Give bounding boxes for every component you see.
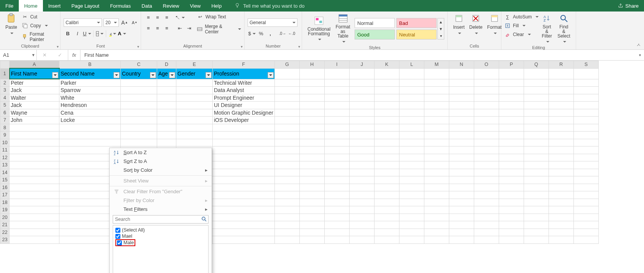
- cell[interactable]: Sparrow: [59, 87, 121, 94]
- cell[interactable]: [299, 117, 324, 124]
- cell[interactable]: [274, 79, 299, 87]
- increase-decimal-icon[interactable]: .0→: [278, 29, 287, 38]
- cell[interactable]: [499, 199, 524, 206]
- cell[interactable]: [549, 184, 573, 191]
- align-middle-icon[interactable]: ≡: [153, 13, 162, 21]
- cell[interactable]: [324, 191, 349, 199]
- column-header[interactable]: E: [176, 61, 213, 69]
- cell[interactable]: Hendreson: [59, 102, 121, 109]
- tab-home[interactable]: Home: [19, 0, 43, 12]
- cell[interactable]: [374, 236, 399, 244]
- cell[interactable]: [399, 109, 424, 117]
- cell[interactable]: [524, 132, 549, 139]
- cell[interactable]: [157, 79, 176, 87]
- cell-style-normal[interactable]: Normal: [355, 18, 395, 28]
- cell[interactable]: [274, 191, 299, 199]
- row-header[interactable]: 19: [0, 206, 10, 214]
- cell[interactable]: [474, 169, 499, 176]
- cell[interactable]: [573, 154, 598, 161]
- cell[interactable]: iOS Developer: [213, 117, 275, 124]
- cell[interactable]: [499, 102, 524, 109]
- cell[interactable]: [449, 139, 474, 146]
- row-header[interactable]: 18: [0, 199, 10, 206]
- cell[interactable]: [424, 117, 449, 124]
- cell[interactable]: [449, 199, 474, 206]
- cell[interactable]: [499, 117, 524, 124]
- paste-dropdown-icon[interactable]: [9, 31, 13, 36]
- align-left-icon[interactable]: ≡: [144, 24, 153, 32]
- cell[interactable]: [573, 161, 598, 169]
- cell[interactable]: [449, 87, 474, 94]
- cell[interactable]: [399, 139, 424, 146]
- cell[interactable]: [274, 176, 299, 184]
- cell[interactable]: [324, 132, 349, 139]
- cell[interactable]: [349, 139, 374, 146]
- style-gallery-more-icon[interactable]: ▾: [438, 32, 444, 39]
- cell[interactable]: [121, 109, 157, 117]
- cell[interactable]: [499, 214, 524, 221]
- cell[interactable]: [573, 176, 598, 184]
- cell[interactable]: [549, 169, 573, 176]
- cell[interactable]: [573, 221, 598, 229]
- style-gallery-down-icon[interactable]: ▼: [438, 25, 444, 32]
- cell[interactable]: [573, 214, 598, 221]
- cell[interactable]: [324, 176, 349, 184]
- cell[interactable]: [374, 94, 399, 102]
- cell[interactable]: [524, 94, 549, 102]
- cell[interactable]: [573, 229, 598, 236]
- cell[interactable]: [213, 229, 275, 236]
- cell[interactable]: [324, 102, 349, 109]
- cell[interactable]: [499, 184, 524, 191]
- cell[interactable]: [349, 79, 374, 87]
- cell[interactable]: [121, 87, 157, 94]
- expand-formula-bar-icon[interactable]: ▾: [636, 50, 644, 60]
- cell[interactable]: [349, 87, 374, 94]
- cell[interactable]: [349, 206, 374, 214]
- cell[interactable]: [121, 132, 157, 139]
- cancel-formula-icon[interactable]: ✕: [43, 52, 47, 58]
- cell[interactable]: [324, 214, 349, 221]
- cell[interactable]: [474, 124, 499, 132]
- number-dialog-launcher[interactable]: ▾: [298, 44, 300, 49]
- orientation-button[interactable]: ⭦: [176, 13, 184, 21]
- cell[interactable]: [213, 146, 275, 154]
- cell[interactable]: [299, 169, 324, 176]
- cell[interactable]: [299, 68, 324, 79]
- cell[interactable]: [424, 161, 449, 169]
- cell[interactable]: [524, 139, 549, 146]
- cell[interactable]: [274, 94, 299, 102]
- cell[interactable]: [449, 206, 474, 214]
- cell[interactable]: [157, 132, 176, 139]
- row-header[interactable]: 7: [0, 117, 10, 124]
- filter-button[interactable]: [150, 72, 156, 78]
- cell[interactable]: [399, 199, 424, 206]
- cell[interactable]: [213, 206, 275, 214]
- cell[interactable]: [10, 206, 59, 214]
- cell[interactable]: [299, 132, 324, 139]
- cell[interactable]: [424, 184, 449, 191]
- cell[interactable]: [299, 109, 324, 117]
- cell[interactable]: [213, 184, 275, 191]
- cell[interactable]: [549, 79, 573, 87]
- column-header[interactable]: F: [213, 61, 275, 69]
- cell[interactable]: [10, 191, 59, 199]
- cell[interactable]: [299, 139, 324, 146]
- cell[interactable]: [524, 154, 549, 161]
- cell[interactable]: [176, 117, 213, 124]
- row-header[interactable]: 3: [0, 87, 10, 94]
- cell[interactable]: [524, 161, 549, 169]
- cell[interactable]: [157, 102, 176, 109]
- column-header[interactable]: C: [121, 61, 157, 69]
- cell[interactable]: [324, 139, 349, 146]
- cell[interactable]: [549, 94, 573, 102]
- cell[interactable]: [449, 221, 474, 229]
- cell[interactable]: [573, 117, 598, 124]
- cell[interactable]: [324, 87, 349, 94]
- cell[interactable]: [573, 184, 598, 191]
- cell[interactable]: Profession: [213, 68, 275, 79]
- cell[interactable]: John: [10, 117, 59, 124]
- cell[interactable]: [399, 124, 424, 132]
- cell[interactable]: [274, 206, 299, 214]
- cell[interactable]: [324, 117, 349, 124]
- cell[interactable]: [10, 169, 59, 176]
